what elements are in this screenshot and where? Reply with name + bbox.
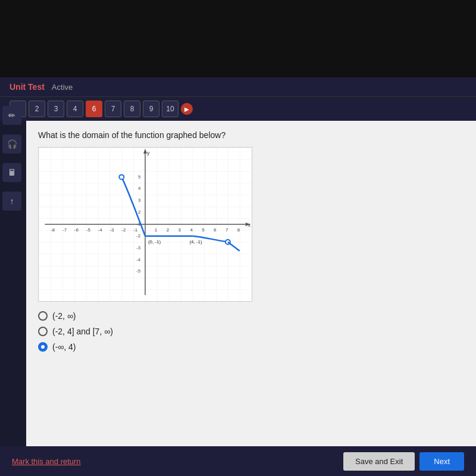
nav-btn-7[interactable]: 7 (105, 101, 121, 117)
main-content: What is the domain of the function graph… (26, 121, 476, 466)
svg-text:(0, -1): (0, -1) (148, 239, 161, 245)
svg-text:x: x (248, 222, 251, 228)
svg-text:-6: -6 (74, 227, 79, 233)
svg-text:7: 7 (226, 227, 228, 233)
radio-c[interactable] (38, 342, 48, 352)
bottom-buttons: Save and Exit Next (343, 452, 464, 471)
answer-text-c: (-∞, 4) (52, 342, 76, 352)
svg-text:3: 3 (138, 198, 141, 203)
svg-text:8: 8 (237, 227, 240, 233)
up-tool[interactable] (2, 192, 21, 211)
svg-text:-3: -3 (109, 227, 114, 233)
svg-text:1: 1 (155, 227, 158, 233)
svg-text:2: 2 (138, 209, 140, 215)
save-exit-button[interactable]: Save and Exit (343, 452, 415, 471)
svg-text:5: 5 (202, 227, 205, 233)
svg-text:-4: -4 (136, 257, 141, 262)
svg-text:3: 3 (178, 227, 181, 233)
svg-point-32 (119, 175, 124, 180)
nav-btn-9[interactable]: 9 (143, 101, 159, 117)
nav-btn-10[interactable]: 10 (162, 101, 178, 117)
nav-btn-8[interactable]: 8 (124, 101, 140, 117)
question-text: What is the domain of the function graph… (38, 130, 464, 140)
pencil-tool[interactable] (2, 106, 21, 125)
function-graph: x y 1 2 3 4 5 6 7 8 -1 -2 -3 -4 -5 -6 -7… (39, 148, 252, 301)
active-label: Active (52, 83, 73, 92)
svg-text:-3: -3 (136, 245, 141, 250)
nav-btn-6[interactable]: 6 (86, 101, 102, 117)
nav-btn-3[interactable]: 3 (48, 101, 64, 117)
headphones-tool[interactable] (2, 134, 21, 154)
svg-text:y: y (147, 150, 150, 156)
answer-text-b: (-2, 4] and [7, ∞) (52, 327, 113, 336)
answer-option-a[interactable]: (-2, ∞) (38, 311, 464, 321)
svg-text:6: 6 (214, 227, 217, 233)
answer-text-a: (-2, ∞) (52, 311, 76, 321)
svg-text:-4: -4 (98, 227, 103, 233)
answer-option-b[interactable]: (-2, 4] and [7, ∞) (38, 327, 464, 336)
graph-area: x y 1 2 3 4 5 6 7 8 -1 -2 -3 -4 -5 -6 -7… (38, 147, 252, 302)
svg-text:-5: -5 (86, 227, 91, 233)
svg-text:5: 5 (138, 174, 141, 180)
radio-a[interactable] (38, 311, 48, 321)
svg-text:-2: -2 (121, 227, 126, 233)
answer-options: (-2, ∞) (-2, 4] and [7, ∞) (-∞, 4) (38, 311, 464, 352)
svg-text:2: 2 (167, 227, 169, 233)
next-button[interactable]: Next (419, 452, 464, 471)
calculator-tool[interactable] (2, 163, 21, 182)
svg-text:-8: -8 (51, 227, 55, 233)
svg-text:-1: -1 (133, 227, 138, 233)
answer-option-c[interactable]: (-∞, 4) (38, 342, 464, 352)
bottom-bar: Mark this and return Save and Exit Next (0, 446, 476, 476)
pencil-icon (8, 111, 15, 120)
nav-btn-2[interactable]: 2 (29, 101, 45, 117)
calculator-icon (8, 168, 16, 177)
up-icon (10, 196, 14, 206)
nav-next-arrow[interactable]: ▶ (181, 103, 193, 115)
nav-btn-4[interactable]: 4 (67, 101, 83, 117)
svg-text:4: 4 (190, 227, 193, 233)
svg-text:4: 4 (138, 186, 141, 191)
mark-return-link[interactable]: Mark this and return (12, 457, 81, 466)
svg-text:-5: -5 (136, 268, 141, 274)
headphones-icon (7, 139, 17, 149)
svg-text:-2: -2 (136, 233, 140, 239)
svg-text:-7: -7 (62, 227, 67, 233)
question-nav: 1 2 3 4 6 7 8 9 10 ▶ (0, 97, 476, 121)
side-toolbar (0, 101, 24, 211)
svg-text:(4, -1): (4, -1) (189, 239, 202, 245)
unit-test-label: Unit Test (10, 82, 45, 92)
radio-b[interactable] (38, 327, 48, 336)
